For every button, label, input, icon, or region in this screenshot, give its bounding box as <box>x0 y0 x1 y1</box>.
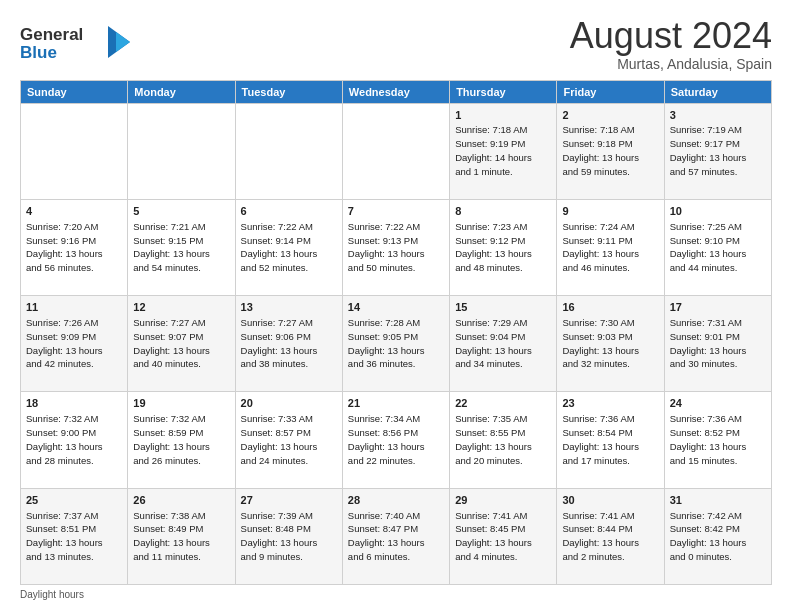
day-info: Sunrise: 7:30 AMSunset: 9:03 PMDaylight:… <box>562 317 639 369</box>
calendar-cell <box>342 103 449 199</box>
day-info: Sunrise: 7:27 AMSunset: 9:06 PMDaylight:… <box>241 317 318 369</box>
day-info: Sunrise: 7:18 AMSunset: 9:19 PMDaylight:… <box>455 124 532 176</box>
day-info: Sunrise: 7:41 AMSunset: 8:44 PMDaylight:… <box>562 510 639 562</box>
day-number: 23 <box>562 396 658 411</box>
day-number: 7 <box>348 204 444 219</box>
weekday-header: Monday <box>128 80 235 103</box>
day-info: Sunrise: 7:38 AMSunset: 8:49 PMDaylight:… <box>133 510 210 562</box>
day-info: Sunrise: 7:31 AMSunset: 9:01 PMDaylight:… <box>670 317 747 369</box>
svg-marker-3 <box>116 32 130 52</box>
day-info: Sunrise: 7:19 AMSunset: 9:17 PMDaylight:… <box>670 124 747 176</box>
day-number: 26 <box>133 493 229 508</box>
calendar-cell: 15Sunrise: 7:29 AMSunset: 9:04 PMDayligh… <box>450 296 557 392</box>
daylight-label: Daylight hours <box>20 589 84 600</box>
day-info: Sunrise: 7:22 AMSunset: 9:14 PMDaylight:… <box>241 221 318 273</box>
day-info: Sunrise: 7:41 AMSunset: 8:45 PMDaylight:… <box>455 510 532 562</box>
title-block: August 2024 Murtas, Andalusia, Spain <box>570 16 772 72</box>
day-info: Sunrise: 7:28 AMSunset: 9:05 PMDaylight:… <box>348 317 425 369</box>
calendar-cell: 30Sunrise: 7:41 AMSunset: 8:44 PMDayligh… <box>557 488 664 584</box>
calendar-cell: 22Sunrise: 7:35 AMSunset: 8:55 PMDayligh… <box>450 392 557 488</box>
day-number: 24 <box>670 396 766 411</box>
day-number: 9 <box>562 204 658 219</box>
calendar-cell <box>235 103 342 199</box>
day-number: 29 <box>455 493 551 508</box>
calendar-cell: 18Sunrise: 7:32 AMSunset: 9:00 PMDayligh… <box>21 392 128 488</box>
footer: Daylight hours <box>20 589 772 600</box>
month-year-title: August 2024 <box>570 16 772 56</box>
day-number: 15 <box>455 300 551 315</box>
calendar-cell: 12Sunrise: 7:27 AMSunset: 9:07 PMDayligh… <box>128 296 235 392</box>
day-info: Sunrise: 7:22 AMSunset: 9:13 PMDaylight:… <box>348 221 425 273</box>
calendar-cell: 31Sunrise: 7:42 AMSunset: 8:42 PMDayligh… <box>664 488 771 584</box>
calendar-cell: 3Sunrise: 7:19 AMSunset: 9:17 PMDaylight… <box>664 103 771 199</box>
day-info: Sunrise: 7:24 AMSunset: 9:11 PMDaylight:… <box>562 221 639 273</box>
calendar-week-row: 25Sunrise: 7:37 AMSunset: 8:51 PMDayligh… <box>21 488 772 584</box>
day-number: 14 <box>348 300 444 315</box>
calendar-table: SundayMondayTuesdayWednesdayThursdayFrid… <box>20 80 772 585</box>
day-info: Sunrise: 7:39 AMSunset: 8:48 PMDaylight:… <box>241 510 318 562</box>
header: General Blue August 2024 Murtas, Andalus… <box>20 16 772 72</box>
calendar-cell: 28Sunrise: 7:40 AMSunset: 8:47 PMDayligh… <box>342 488 449 584</box>
day-info: Sunrise: 7:42 AMSunset: 8:42 PMDaylight:… <box>670 510 747 562</box>
calendar-cell: 9Sunrise: 7:24 AMSunset: 9:11 PMDaylight… <box>557 199 664 295</box>
calendar-week-row: 18Sunrise: 7:32 AMSunset: 9:00 PMDayligh… <box>21 392 772 488</box>
weekday-header: Saturday <box>664 80 771 103</box>
day-number: 16 <box>562 300 658 315</box>
day-info: Sunrise: 7:34 AMSunset: 8:56 PMDaylight:… <box>348 413 425 465</box>
logo: General Blue <box>20 20 130 68</box>
day-number: 20 <box>241 396 337 411</box>
calendar-cell: 8Sunrise: 7:23 AMSunset: 9:12 PMDaylight… <box>450 199 557 295</box>
location-subtitle: Murtas, Andalusia, Spain <box>570 56 772 72</box>
calendar-cell: 24Sunrise: 7:36 AMSunset: 8:52 PMDayligh… <box>664 392 771 488</box>
day-info: Sunrise: 7:37 AMSunset: 8:51 PMDaylight:… <box>26 510 103 562</box>
calendar-cell: 6Sunrise: 7:22 AMSunset: 9:14 PMDaylight… <box>235 199 342 295</box>
calendar-header: SundayMondayTuesdayWednesdayThursdayFrid… <box>21 80 772 103</box>
day-number: 8 <box>455 204 551 219</box>
day-number: 27 <box>241 493 337 508</box>
day-info: Sunrise: 7:27 AMSunset: 9:07 PMDaylight:… <box>133 317 210 369</box>
day-number: 3 <box>670 108 766 123</box>
day-number: 2 <box>562 108 658 123</box>
page: General Blue August 2024 Murtas, Andalus… <box>0 0 792 612</box>
calendar-cell: 7Sunrise: 7:22 AMSunset: 9:13 PMDaylight… <box>342 199 449 295</box>
svg-text:General: General <box>20 25 83 44</box>
calendar-week-row: 4Sunrise: 7:20 AMSunset: 9:16 PMDaylight… <box>21 199 772 295</box>
calendar-cell: 1Sunrise: 7:18 AMSunset: 9:19 PMDaylight… <box>450 103 557 199</box>
calendar-cell: 29Sunrise: 7:41 AMSunset: 8:45 PMDayligh… <box>450 488 557 584</box>
weekday-header: Thursday <box>450 80 557 103</box>
day-info: Sunrise: 7:18 AMSunset: 9:18 PMDaylight:… <box>562 124 639 176</box>
day-number: 21 <box>348 396 444 411</box>
day-info: Sunrise: 7:21 AMSunset: 9:15 PMDaylight:… <box>133 221 210 273</box>
day-number: 30 <box>562 493 658 508</box>
day-info: Sunrise: 7:25 AMSunset: 9:10 PMDaylight:… <box>670 221 747 273</box>
calendar-cell: 17Sunrise: 7:31 AMSunset: 9:01 PMDayligh… <box>664 296 771 392</box>
calendar-cell: 25Sunrise: 7:37 AMSunset: 8:51 PMDayligh… <box>21 488 128 584</box>
day-number: 5 <box>133 204 229 219</box>
day-number: 10 <box>670 204 766 219</box>
day-info: Sunrise: 7:36 AMSunset: 8:54 PMDaylight:… <box>562 413 639 465</box>
calendar-cell: 23Sunrise: 7:36 AMSunset: 8:54 PMDayligh… <box>557 392 664 488</box>
calendar-cell: 13Sunrise: 7:27 AMSunset: 9:06 PMDayligh… <box>235 296 342 392</box>
calendar-week-row: 1Sunrise: 7:18 AMSunset: 9:19 PMDaylight… <box>21 103 772 199</box>
day-number: 31 <box>670 493 766 508</box>
day-info: Sunrise: 7:35 AMSunset: 8:55 PMDaylight:… <box>455 413 532 465</box>
calendar-week-row: 11Sunrise: 7:26 AMSunset: 9:09 PMDayligh… <box>21 296 772 392</box>
day-number: 12 <box>133 300 229 315</box>
svg-text:Blue: Blue <box>20 43 57 62</box>
calendar-cell: 20Sunrise: 7:33 AMSunset: 8:57 PMDayligh… <box>235 392 342 488</box>
day-info: Sunrise: 7:33 AMSunset: 8:57 PMDaylight:… <box>241 413 318 465</box>
day-number: 11 <box>26 300 122 315</box>
logo-text: General Blue <box>20 20 130 68</box>
calendar-cell: 11Sunrise: 7:26 AMSunset: 9:09 PMDayligh… <box>21 296 128 392</box>
day-info: Sunrise: 7:23 AMSunset: 9:12 PMDaylight:… <box>455 221 532 273</box>
weekday-header-row: SundayMondayTuesdayWednesdayThursdayFrid… <box>21 80 772 103</box>
calendar-cell: 5Sunrise: 7:21 AMSunset: 9:15 PMDaylight… <box>128 199 235 295</box>
day-info: Sunrise: 7:20 AMSunset: 9:16 PMDaylight:… <box>26 221 103 273</box>
day-info: Sunrise: 7:26 AMSunset: 9:09 PMDaylight:… <box>26 317 103 369</box>
day-number: 17 <box>670 300 766 315</box>
calendar-cell: 4Sunrise: 7:20 AMSunset: 9:16 PMDaylight… <box>21 199 128 295</box>
day-number: 22 <box>455 396 551 411</box>
calendar-cell: 26Sunrise: 7:38 AMSunset: 8:49 PMDayligh… <box>128 488 235 584</box>
weekday-header: Tuesday <box>235 80 342 103</box>
calendar-cell: 2Sunrise: 7:18 AMSunset: 9:18 PMDaylight… <box>557 103 664 199</box>
